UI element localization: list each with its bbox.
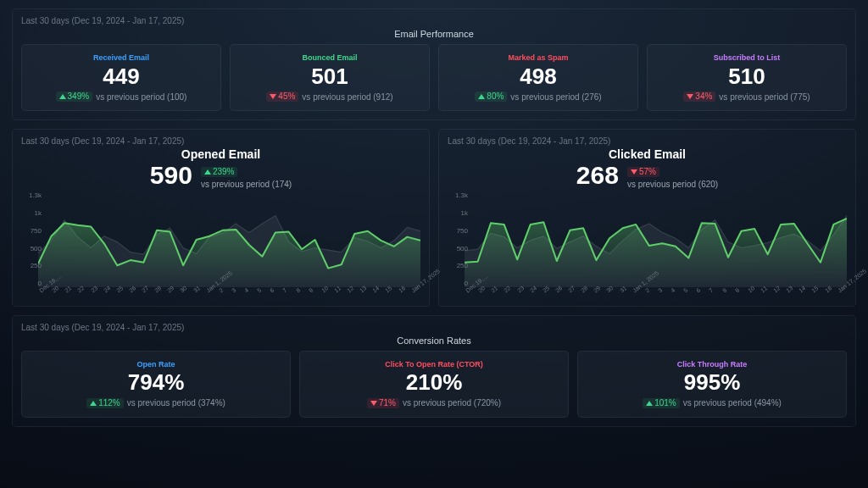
conversion-card: Open Rate794%112%vs previous period (374… xyxy=(21,351,291,417)
kpi-label: Bounced Email xyxy=(237,53,422,62)
chart-title: Clicked Email xyxy=(448,147,847,161)
conversion-card: Click To Open Rate (CTOR)210%71%vs previ… xyxy=(299,351,569,417)
kpi-card: Received Email449349%vs previous period … xyxy=(21,44,221,111)
x-axis-labels: Dec 19,…202122232425262728293031Jan 1, 2… xyxy=(38,289,420,295)
kpi-card: Bounced Email50145%vs previous period (9… xyxy=(230,44,430,111)
delta-badge: 349% xyxy=(56,92,93,102)
conversion-value: 210% xyxy=(307,371,561,394)
delta-badge: 45% xyxy=(266,92,298,102)
range-label: Last 30 days (Dec 19, 2024 - Jan 17, 202… xyxy=(21,16,847,25)
y-axis-labels: 1.3k1k7505002500 xyxy=(448,192,468,287)
section-title: Email Performance xyxy=(21,29,847,39)
chart-hero: 590239%vs previous period (174) xyxy=(21,163,420,189)
delta-badge: 71% xyxy=(367,398,399,408)
prev-period: vs previous period (912) xyxy=(302,92,392,102)
conversion-section: Last 30 days (Dec 19, 2024 - Jan 17, 202… xyxy=(12,315,856,426)
chart-hero: 26857%vs previous period (620) xyxy=(448,163,847,189)
plot-area: 1.3k1k7505002500Dec 19,…2021222324252627… xyxy=(38,192,420,302)
prev-period: vs previous period (374%) xyxy=(127,398,225,408)
chart-card: Last 30 days (Dec 19, 2024 - Jan 17, 202… xyxy=(12,129,430,307)
conversion-card: Click Through Rate995%101%vs previous pe… xyxy=(577,351,847,417)
delta-badge: 34% xyxy=(683,92,715,102)
delta-badge: 239% xyxy=(201,167,238,177)
delta-badge: 57% xyxy=(627,167,659,177)
kpi-row: Received Email449349%vs previous period … xyxy=(21,44,847,111)
kpi-subtext: 34%vs previous period (775) xyxy=(654,92,839,102)
chart-hero-value: 268 xyxy=(576,163,619,188)
conversion-label: Click Through Rate xyxy=(585,360,839,369)
conversion-subtext: 71%vs previous period (720%) xyxy=(307,398,561,408)
kpi-label: Received Email xyxy=(29,53,214,62)
conversion-label: Click To Open Rate (CTOR) xyxy=(307,360,561,369)
conversion-row: Open Rate794%112%vs previous period (374… xyxy=(21,351,847,417)
kpi-value: 498 xyxy=(446,65,631,88)
conversion-label: Open Rate xyxy=(29,360,283,369)
prev-period: vs previous period (100) xyxy=(96,92,186,102)
conversion-subtext: 112%vs previous period (374%) xyxy=(29,398,283,408)
chart-hero-value: 590 xyxy=(150,163,192,188)
kpi-label: Subscribed to List xyxy=(654,53,839,62)
conversion-subtext: 101%vs previous period (494%) xyxy=(585,398,839,408)
prev-period: vs previous period (276) xyxy=(510,92,601,102)
chart-title: Opened Email xyxy=(21,147,420,161)
range-label: Last 30 days (Dec 19, 2024 - Jan 17, 202… xyxy=(21,136,420,146)
range-label: Last 30 days (Dec 19, 2024 - Jan 17, 202… xyxy=(21,323,847,332)
delta-badge: 101% xyxy=(643,398,680,408)
range-label: Last 30 days (Dec 19, 2024 - Jan 17, 202… xyxy=(448,136,847,146)
email-performance-section: Last 30 days (Dec 19, 2024 - Jan 17, 202… xyxy=(12,8,856,120)
kpi-subtext: 45%vs previous period (912) xyxy=(237,92,422,102)
kpi-value: 510 xyxy=(654,65,839,88)
delta-badge: 80% xyxy=(475,92,507,102)
prev-period: vs previous period (775) xyxy=(719,92,810,102)
charts-row: Last 30 days (Dec 19, 2024 - Jan 17, 202… xyxy=(12,129,856,307)
kpi-card: Subscribed to List51034%vs previous peri… xyxy=(647,44,847,111)
chart-card: Last 30 days (Dec 19, 2024 - Jan 17, 202… xyxy=(438,129,856,307)
conversion-value: 794% xyxy=(29,371,283,394)
prev-period: vs previous period (174) xyxy=(201,180,292,189)
prev-period: vs previous period (620) xyxy=(627,180,718,189)
kpi-value: 501 xyxy=(237,65,422,88)
prev-period: vs previous period (494%) xyxy=(683,398,782,408)
prev-period: vs previous period (720%) xyxy=(403,398,501,408)
kpi-label: Marked as Spam xyxy=(446,53,631,62)
y-axis-labels: 1.3k1k7505002500 xyxy=(21,192,42,287)
kpi-card: Marked as Spam49880%vs previous period (… xyxy=(438,44,638,111)
kpi-value: 449 xyxy=(29,65,214,88)
delta-badge: 112% xyxy=(86,398,124,408)
kpi-subtext: 80%vs previous period (276) xyxy=(446,92,631,102)
plot-area: 1.3k1k7505002500Dec 19,…2021222324252627… xyxy=(465,192,847,302)
kpi-subtext: 349%vs previous period (100) xyxy=(29,92,214,102)
x-axis-labels: Dec 19,…202122232425262728293031Jan 1, 2… xyxy=(465,289,847,295)
section-title: Conversion Rates xyxy=(21,336,847,346)
conversion-value: 995% xyxy=(585,371,839,394)
